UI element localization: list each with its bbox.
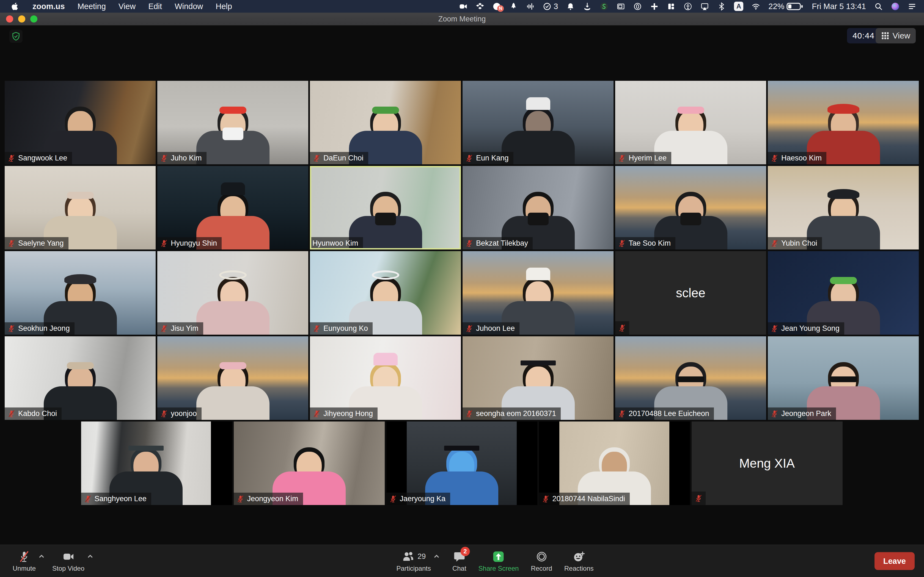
participants-label: Participants <box>397 565 431 572</box>
participant-tile[interactable]: Jaeryoung Ka <box>386 421 537 505</box>
window-manager-icon[interactable] <box>617 2 625 11</box>
participant-tile[interactable]: 20170488 Lee Euicheon <box>615 336 766 420</box>
zero-circle-icon[interactable] <box>633 2 642 11</box>
participant-name: Sangwook Lee <box>18 154 67 163</box>
nameplate: Jaeryoung Ka <box>386 493 451 505</box>
participant-name: Eun Kang <box>476 154 509 163</box>
participant-tile[interactable]: Juhoon Lee <box>462 251 614 335</box>
participant-tile[interactable]: yoonjoo <box>157 336 308 420</box>
participant-tile[interactable]: Eunyoung Ko <box>310 251 461 335</box>
download-icon[interactable] <box>583 2 591 11</box>
close-window-button[interactable] <box>6 15 13 23</box>
meeting-timer: 40:44 <box>847 28 880 44</box>
participant-tile[interactable]: Jeongeon Park <box>768 336 919 420</box>
participant-tile[interactable]: Saelyne Yang <box>5 166 156 250</box>
participant-tile[interactable]: Jihyeong Hong <box>310 336 461 420</box>
participant-name: Juho Kim <box>171 154 202 163</box>
cap-filter <box>520 361 556 366</box>
menu-item-window[interactable]: Window <box>174 2 203 11</box>
participant-tile[interactable]: Seokhun Jeong <box>5 251 156 335</box>
leave-button[interactable]: Leave <box>874 552 915 570</box>
menu-clock[interactable]: Fri Mar 5 13:41 <box>812 2 866 11</box>
audio-options-chevron[interactable] <box>37 552 46 561</box>
bell-icon[interactable] <box>566 2 575 11</box>
input-source-icon[interactable]: A <box>734 2 743 11</box>
dropbox-icon[interactable] <box>476 2 484 11</box>
participant-tile[interactable]: Hyerim Lee <box>615 81 766 164</box>
chat-button[interactable]: 2 Chat <box>452 550 467 572</box>
menu-item-help[interactable]: Help <box>216 2 232 11</box>
widget-plus-icon[interactable] <box>650 2 659 11</box>
meeting-security-button[interactable] <box>9 30 23 43</box>
battery-icon[interactable]: 22% <box>768 2 804 11</box>
participant-name: Saelyne Yang <box>18 239 64 248</box>
participant-tile[interactable]: sclee <box>615 251 766 335</box>
muted-mic-icon <box>618 409 626 418</box>
zoom-video-icon[interactable] <box>459 2 467 11</box>
muted-mic-icon <box>160 324 168 333</box>
view-button[interactable]: View <box>876 28 916 44</box>
nameplate: Yubin Choi <box>768 237 822 250</box>
menu-item-edit[interactable]: Edit <box>148 2 162 11</box>
minimize-window-button[interactable] <box>18 15 25 23</box>
bluetooth-icon[interactable] <box>717 2 726 11</box>
participant-tile[interactable]: Sangwook Lee <box>5 81 156 164</box>
muted-mic-icon <box>160 239 168 248</box>
participant-tile[interactable]: Jean Young Song <box>768 251 919 335</box>
participant-tile[interactable]: Yubin Choi <box>768 166 919 250</box>
participant-tile[interactable]: DaEun Choi <box>310 81 461 164</box>
shortcut-s-icon[interactable] <box>600 2 608 11</box>
participant-tile[interactable]: Jeongyeon Kim <box>234 421 385 505</box>
participant-tile[interactable]: Eun Kang <box>462 81 614 164</box>
stop-video-button[interactable]: Stop Video <box>52 550 84 572</box>
participant-tile[interactable]: Bekzat Tilekbay <box>462 166 614 250</box>
sync-check-icon[interactable]: 3 <box>543 2 558 11</box>
unmute-button[interactable]: Unmute <box>13 550 36 572</box>
siri-icon[interactable] <box>891 2 900 11</box>
spotlight-search-icon[interactable] <box>874 2 883 11</box>
face-mask <box>528 213 549 225</box>
chat-notification-icon[interactable]: N <box>493 2 501 11</box>
muted-mic-indicator <box>615 321 629 335</box>
participant-tile[interactable]: Meng XIA <box>691 421 843 505</box>
participants-button[interactable]: 29 Participants <box>397 550 431 572</box>
participant-name: yoonjoo <box>171 409 197 418</box>
battery-percent: 22% <box>768 2 784 11</box>
fullscreen-window-button[interactable] <box>30 15 37 23</box>
split-view-icon[interactable] <box>667 2 675 11</box>
participant-tile[interactable]: Haesoo Kim <box>768 81 919 164</box>
muted-mic-icon <box>618 239 626 248</box>
share-screen-button[interactable]: Share Screen <box>478 550 519 572</box>
participants-options-chevron[interactable] <box>433 552 441 561</box>
wifi-icon[interactable] <box>751 2 760 11</box>
menu-item-zoomus[interactable]: zoom.us <box>32 2 65 11</box>
participant-tile[interactable]: Juho Kim <box>157 81 308 164</box>
mic-muted-icon <box>18 550 31 563</box>
participant-tile[interactable]: Kabdo Choi <box>5 336 156 420</box>
participant-tile[interactable]: seongha eom 20160371 <box>462 336 614 420</box>
apple-menu-icon[interactable] <box>10 2 20 11</box>
muted-mic-icon <box>618 154 626 163</box>
participant-name: Haesoo Kim <box>781 154 822 163</box>
participant-name-center: Meng XIA <box>691 421 843 505</box>
menu-item-view[interactable]: View <box>118 2 136 11</box>
participant-name: Jean Young Song <box>781 324 840 333</box>
control-center-icon[interactable] <box>908 2 916 11</box>
macos-menu-bar: zoom.us Meeting View Edit Window Help N3… <box>0 0 924 13</box>
airplay-icon[interactable] <box>700 2 709 11</box>
accessibility-icon[interactable] <box>684 2 692 11</box>
rocket-icon[interactable] <box>509 2 518 11</box>
participant-tile[interactable]: Hyungyu Shin <box>157 166 308 250</box>
participant-tile[interactable]: Hyunwoo Kim <box>310 166 461 250</box>
participant-tile[interactable]: 20180744 NabilaSindi <box>539 421 690 505</box>
audio-levels-icon[interactable] <box>526 2 535 11</box>
muted-mic-icon <box>7 324 16 333</box>
record-button[interactable]: Record <box>531 550 552 572</box>
participant-tile[interactable]: Sanghyeon Lee <box>81 421 232 505</box>
participant-tile[interactable]: Jisu Yim <box>157 251 308 335</box>
participant-tile[interactable]: Tae Soo Kim <box>615 166 766 250</box>
video-options-chevron[interactable] <box>86 552 94 561</box>
nameplate: Jean Young Song <box>768 322 844 335</box>
reactions-button[interactable]: Reactions <box>564 550 594 572</box>
menu-item-meeting[interactable]: Meeting <box>78 2 106 11</box>
